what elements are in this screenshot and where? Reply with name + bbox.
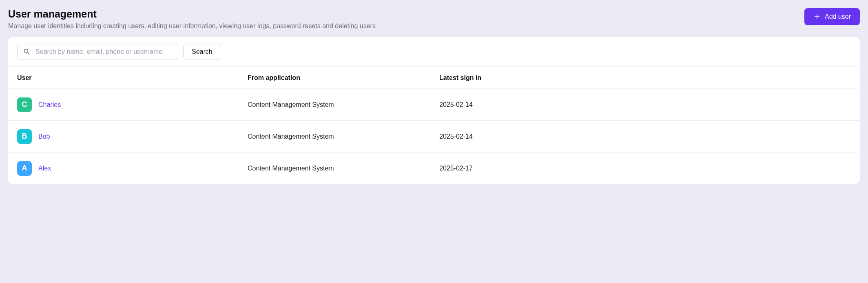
- cell-application: Content Management System: [248, 101, 439, 108]
- user-link[interactable]: Bob: [38, 133, 50, 140]
- plus-icon: [813, 13, 821, 20]
- table-row[interactable]: BBobContent Management System2025-02-14: [8, 120, 860, 152]
- cell-last-sign-in: 2025-02-14: [439, 101, 851, 108]
- search-button[interactable]: Search: [183, 44, 221, 60]
- title-block: User management Manage user identities i…: [8, 8, 376, 30]
- table-row[interactable]: AAlexContent Management System2025-02-17: [8, 152, 860, 184]
- cell-user: CCharles: [17, 97, 248, 112]
- add-user-button[interactable]: Add user: [804, 8, 860, 25]
- avatar: C: [17, 97, 32, 112]
- user-link[interactable]: Alex: [38, 165, 51, 172]
- cell-last-sign-in: 2025-02-14: [439, 133, 851, 140]
- add-user-label: Add user: [825, 13, 851, 20]
- cell-user: AAlex: [17, 161, 248, 176]
- col-header-user: User: [17, 74, 248, 82]
- cell-application: Content Management System: [248, 165, 439, 172]
- cell-user: BBob: [17, 129, 248, 144]
- cell-application: Content Management System: [248, 133, 439, 140]
- search-wrapper: [17, 44, 178, 60]
- page-title: User management: [8, 8, 376, 20]
- col-header-date: Latest sign in: [439, 74, 851, 82]
- search-icon: [23, 48, 31, 56]
- search-row: Search: [8, 37, 860, 66]
- cell-last-sign-in: 2025-02-17: [439, 165, 851, 172]
- search-input[interactable]: [17, 44, 178, 60]
- avatar: A: [17, 161, 32, 176]
- users-card: Search User From application Latest sign…: [8, 37, 860, 184]
- col-header-app: From application: [248, 74, 439, 82]
- table-row[interactable]: CCharlesContent Management System2025-02…: [8, 88, 860, 120]
- table-header: User From application Latest sign in: [8, 66, 860, 88]
- user-link[interactable]: Charles: [38, 101, 61, 108]
- users-table: User From application Latest sign in CCh…: [8, 66, 860, 184]
- avatar: B: [17, 129, 32, 144]
- page-header: User management Manage user identities i…: [8, 8, 860, 30]
- page-subtitle: Manage user identities including creatin…: [8, 22, 376, 30]
